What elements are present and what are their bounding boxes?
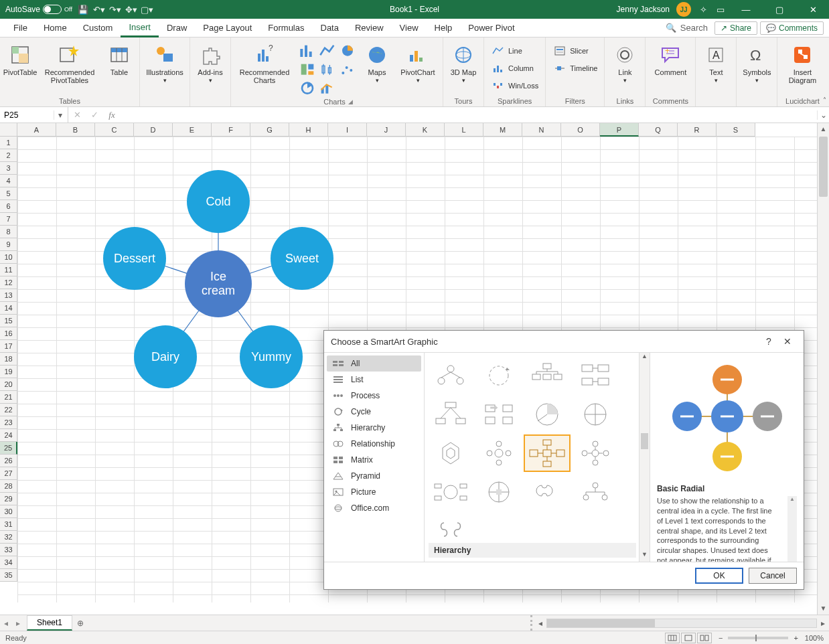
insert-map-chart[interactable]: [340, 80, 356, 96]
sheet-tab-sheet1[interactable]: Sheet1: [27, 615, 72, 631]
row-header-34[interactable]: 34: [0, 556, 17, 569]
tab-custom[interactable]: Custom: [75, 19, 121, 37]
username-label[interactable]: Jenny Jackson: [617, 5, 670, 14]
symbols-button[interactable]: Ω Symbols▾: [741, 40, 773, 84]
expand-formula-bar-icon[interactable]: ⌄: [817, 110, 829, 120]
tab-draw[interactable]: Draw: [159, 19, 195, 37]
recommended-pivottables-button[interactable]: Recommended PivotTables: [40, 40, 99, 84]
page-layout-view-icon[interactable]: [681, 633, 696, 643]
row-header-23[interactable]: 23: [0, 416, 17, 429]
illustrations-button[interactable]: Illustrations▾: [144, 40, 185, 84]
dialog-help-button[interactable]: ?: [759, 336, 778, 347]
gallery-item[interactable]: [475, 473, 522, 511]
dialog-close-button[interactable]: ✕: [778, 336, 797, 347]
name-box-dropdown-icon[interactable]: ▾: [54, 110, 66, 120]
tab-page-layout[interactable]: Page Layout: [195, 19, 260, 37]
zoom-out-button[interactable]: −: [719, 634, 723, 642]
autosave-toggle[interactable]: AutoSave Off: [5, 5, 72, 14]
customize-qat-icon[interactable]: ▢▾: [142, 4, 153, 15]
row-header-15[interactable]: 15: [0, 315, 17, 327]
slicer-button[interactable]: Slicer: [550, 43, 600, 59]
tab-file[interactable]: File: [5, 19, 35, 37]
sparkline-column[interactable]: Column: [488, 60, 541, 76]
row-header-18[interactable]: 18: [0, 353, 17, 366]
horizontal-scroll-thumb[interactable]: [547, 619, 655, 627]
tab-review[interactable]: Review: [347, 19, 392, 37]
column-header-E[interactable]: E: [173, 123, 212, 137]
normal-view-icon[interactable]: [665, 633, 680, 643]
table-button[interactable]: Table: [103, 40, 135, 76]
column-header-D[interactable]: D: [134, 123, 173, 137]
close-button[interactable]: ✕: [800, 0, 826, 19]
row-header-4[interactable]: 4: [0, 175, 17, 187]
maximize-button[interactable]: ▢: [766, 0, 793, 19]
insert-diagram-button[interactable]: Insert Diagram: [781, 40, 823, 84]
column-header-O[interactable]: O: [561, 123, 600, 137]
column-header-P[interactable]: P: [600, 123, 639, 137]
smartart-outer-node-dairy[interactable]: Dairy: [134, 325, 197, 388]
row-header-14[interactable]: 14: [0, 302, 17, 315]
smartart-outer-node-dessert[interactable]: Dessert: [103, 227, 166, 290]
row-header-7[interactable]: 7: [0, 213, 17, 226]
category-all[interactable]: All: [327, 355, 421, 372]
category-list[interactable]: List: [327, 372, 421, 388]
minimize-button[interactable]: —: [733, 0, 759, 19]
smartart-center-node[interactable]: Icecream: [185, 250, 252, 317]
gallery-item[interactable]: [572, 396, 619, 433]
sparkline-winloss[interactable]: Win/Loss: [488, 78, 541, 94]
gallery-item[interactable]: [572, 357, 619, 394]
column-header-J[interactable]: J: [367, 123, 406, 137]
column-header-L[interactable]: L: [445, 123, 483, 137]
gallery-item[interactable]: [524, 396, 571, 433]
gallery-item[interactable]: [427, 473, 474, 511]
ribbon-display-icon[interactable]: ▭: [715, 4, 726, 15]
smartart-outer-node-yummy[interactable]: Yummy: [240, 325, 303, 388]
undo-icon[interactable]: ↶▾: [94, 4, 104, 15]
row-header-6[interactable]: 6: [0, 200, 17, 213]
horizontal-scrollbar[interactable]: ◂ ▸: [534, 615, 829, 631]
column-header-C[interactable]: C: [95, 123, 134, 137]
insert-scatter-chart[interactable]: [340, 62, 356, 78]
category-hierarchy[interactable]: Hierarchy: [327, 420, 421, 436]
pivotchart-button[interactable]: PivotChart▾: [397, 40, 439, 84]
row-header-20[interactable]: 20: [0, 378, 17, 391]
redo-icon[interactable]: ↷▾: [110, 4, 121, 15]
row-header-26[interactable]: 26: [0, 455, 17, 467]
link-button[interactable]: Link▾: [609, 40, 641, 84]
tab-insert[interactable]: Insert: [121, 19, 159, 37]
gallery-item-basic-radial[interactable]: [524, 434, 571, 472]
insert-line-chart[interactable]: [319, 43, 335, 59]
vertical-scroll-thumb[interactable]: [819, 137, 828, 197]
row-header-27[interactable]: 27: [0, 467, 17, 480]
insert-hierarchy-chart[interactable]: [299, 62, 315, 78]
gallery-item[interactable]: [475, 396, 522, 433]
scroll-left-icon[interactable]: ◂: [534, 619, 546, 628]
scroll-right-icon[interactable]: ▸: [817, 619, 829, 628]
scroll-up-icon[interactable]: ▲: [818, 123, 829, 135]
cancel-button[interactable]: Cancel: [749, 568, 797, 584]
column-header-S[interactable]: S: [717, 123, 755, 137]
addins-button[interactable]: Add-ins▾: [194, 40, 226, 84]
row-header-33[interactable]: 33: [0, 544, 17, 556]
timeline-button[interactable]: Timeline: [550, 60, 600, 76]
row-header-30[interactable]: 30: [0, 505, 17, 518]
row-header-11[interactable]: 11: [0, 264, 17, 276]
gallery-item[interactable]: [572, 473, 619, 511]
gallery-item[interactable]: [427, 434, 474, 472]
collapse-ribbon-icon[interactable]: ˄: [823, 96, 826, 104]
sheet-nav-prev[interactable]: ◂: [0, 615, 12, 631]
insert-waterfall-chart[interactable]: [299, 80, 315, 96]
column-header-R[interactable]: R: [678, 123, 717, 137]
insert-column-chart[interactable]: [299, 43, 315, 59]
tab-data[interactable]: Data: [313, 19, 347, 37]
column-header-F[interactable]: F: [212, 123, 250, 137]
page-break-view-icon[interactable]: [697, 633, 712, 643]
row-header-10[interactable]: 10: [0, 251, 17, 264]
gallery-item[interactable]: [427, 357, 474, 394]
zoom-slider[interactable]: [728, 637, 788, 639]
touch-mode-icon[interactable]: ✥▾: [126, 4, 137, 15]
column-header-N[interactable]: N: [522, 123, 561, 137]
column-header-H[interactable]: H: [289, 123, 328, 137]
cancel-formula-icon[interactable]: ✕: [68, 110, 86, 120]
fx-icon[interactable]: fx: [103, 110, 121, 120]
